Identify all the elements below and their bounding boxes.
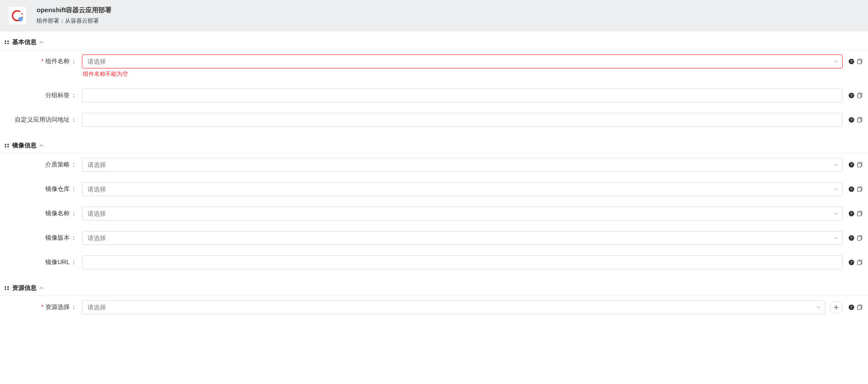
- help-icon[interactable]: ?: [848, 116, 855, 123]
- svg-rect-13: [858, 94, 861, 98]
- chevron-up-icon: [39, 143, 44, 148]
- row-image-name: 镜像名称 ?: [4, 207, 864, 221]
- copy-icon[interactable]: [857, 304, 864, 311]
- help-icon[interactable]: ?: [848, 92, 855, 99]
- required-asterisk: *: [41, 303, 44, 310]
- svg-rect-43: [7, 286, 9, 288]
- section-basic-body: *组件名称 ? 组件名称不能为空: [0, 50, 868, 127]
- label-image-version: 镜像版本: [4, 231, 82, 242]
- image-version-select[interactable]: [82, 231, 843, 245]
- page-subtitle: 组件部署：从容器云部署: [37, 17, 112, 25]
- help-icon[interactable]: ?: [848, 210, 855, 217]
- help-icon[interactable]: ?: [848, 58, 855, 65]
- svg-text:?: ?: [850, 260, 852, 265]
- section-basic-title: 基本信息: [12, 38, 37, 46]
- help-icon[interactable]: ?: [848, 234, 855, 241]
- svg-rect-25: [858, 163, 861, 167]
- label-resource-select: *资源选择: [4, 300, 82, 311]
- label-image-url: 镜像URL: [4, 255, 82, 266]
- group-tag-input[interactable]: [82, 88, 843, 102]
- svg-text:?: ?: [850, 59, 852, 64]
- copy-icon[interactable]: [857, 234, 864, 241]
- grip-icon: [4, 40, 10, 45]
- svg-text:?: ?: [850, 163, 852, 167]
- image-url-input[interactable]: [82, 255, 843, 269]
- section-image-title: 镜像信息: [12, 142, 37, 150]
- svg-rect-33: [858, 212, 861, 216]
- row-image-version: 镜像版本 ?: [4, 231, 864, 245]
- label-media-strategy: 介质策略: [4, 158, 82, 169]
- svg-text:?: ?: [850, 93, 852, 98]
- row-media-strategy: 介质策略 ?: [4, 158, 864, 172]
- component-name-error: 组件名称不能为空: [83, 70, 864, 78]
- copy-icon[interactable]: [857, 58, 864, 65]
- svg-rect-41: [858, 261, 861, 265]
- svg-text:?: ?: [850, 211, 852, 216]
- row-image-repo: 镜像仓库 ?: [4, 182, 864, 196]
- svg-marker-0: [22, 13, 23, 15]
- section-basic-header[interactable]: 基本信息: [0, 34, 868, 50]
- copy-icon[interactable]: [857, 210, 864, 217]
- section-image-header[interactable]: 镜像信息: [0, 137, 868, 153]
- image-repo-select[interactable]: [82, 182, 843, 196]
- page-header: openshift容器云应用部署 组件部署：从容器云部署: [0, 0, 868, 31]
- svg-rect-21: [7, 146, 9, 147]
- copy-icon[interactable]: [857, 259, 864, 266]
- add-button[interactable]: [830, 301, 843, 314]
- svg-rect-4: [5, 43, 6, 44]
- component-name-select[interactable]: [82, 54, 843, 68]
- help-icon[interactable]: ?: [848, 161, 855, 168]
- svg-point-1: [18, 17, 23, 21]
- svg-rect-42: [5, 286, 6, 288]
- section-resource-header[interactable]: 资源信息: [0, 280, 868, 296]
- svg-rect-5: [7, 43, 9, 44]
- label-component-name: *组件名称: [4, 54, 82, 65]
- section-image-body: 介质策略 ? 镜像仓库: [0, 153, 868, 269]
- svg-rect-9: [858, 60, 861, 64]
- row-custom-access-url: 自定义应用访问地址 ?: [4, 113, 864, 127]
- svg-text:?: ?: [850, 118, 852, 122]
- svg-rect-44: [5, 289, 6, 290]
- label-custom-access-url: 自定义应用访问地址: [4, 113, 82, 124]
- copy-icon[interactable]: [857, 92, 864, 99]
- svg-text:?: ?: [850, 305, 852, 309]
- svg-rect-20: [5, 146, 6, 147]
- copy-icon[interactable]: [857, 116, 864, 123]
- media-strategy-select[interactable]: [82, 158, 843, 172]
- svg-text:?: ?: [850, 187, 852, 191]
- svg-rect-29: [858, 188, 861, 192]
- section-resource-title: 资源信息: [12, 284, 37, 292]
- copy-icon[interactable]: [857, 186, 864, 193]
- row-component-name: *组件名称 ? 组件名称不能为空: [4, 54, 864, 78]
- svg-rect-19: [7, 144, 9, 145]
- help-icon[interactable]: ?: [848, 186, 855, 193]
- label-group-tag: 分组标签: [4, 88, 82, 99]
- image-name-select[interactable]: [82, 207, 843, 221]
- help-icon[interactable]: ?: [848, 304, 855, 311]
- required-asterisk: *: [41, 58, 44, 65]
- grip-icon: [4, 143, 10, 148]
- openshift-logo-icon: [9, 7, 26, 24]
- row-image-url: 镜像URL ?: [4, 255, 864, 269]
- row-resource-select: *资源选择 ?: [4, 300, 864, 314]
- grip-icon: [4, 285, 10, 291]
- label-image-repo: 镜像仓库: [4, 182, 82, 193]
- svg-rect-51: [858, 306, 861, 310]
- section-resource-body: *资源选择 ?: [0, 296, 868, 314]
- chevron-up-icon: [39, 40, 44, 44]
- svg-rect-17: [858, 119, 861, 122]
- copy-icon[interactable]: [857, 161, 864, 168]
- label-image-name: 镜像名称: [4, 207, 82, 217]
- svg-rect-45: [7, 289, 9, 290]
- chevron-up-icon: [39, 286, 44, 290]
- help-icon[interactable]: ?: [848, 259, 855, 266]
- svg-rect-37: [858, 237, 861, 241]
- page-title: openshift容器云应用部署: [37, 6, 112, 14]
- row-group-tag: 分组标签 ?: [4, 88, 864, 102]
- svg-text:?: ?: [850, 236, 852, 240]
- custom-access-url-input[interactable]: [82, 113, 843, 127]
- svg-rect-2: [5, 41, 6, 42]
- svg-rect-3: [7, 41, 9, 42]
- svg-rect-18: [5, 144, 6, 145]
- resource-select[interactable]: [82, 300, 825, 314]
